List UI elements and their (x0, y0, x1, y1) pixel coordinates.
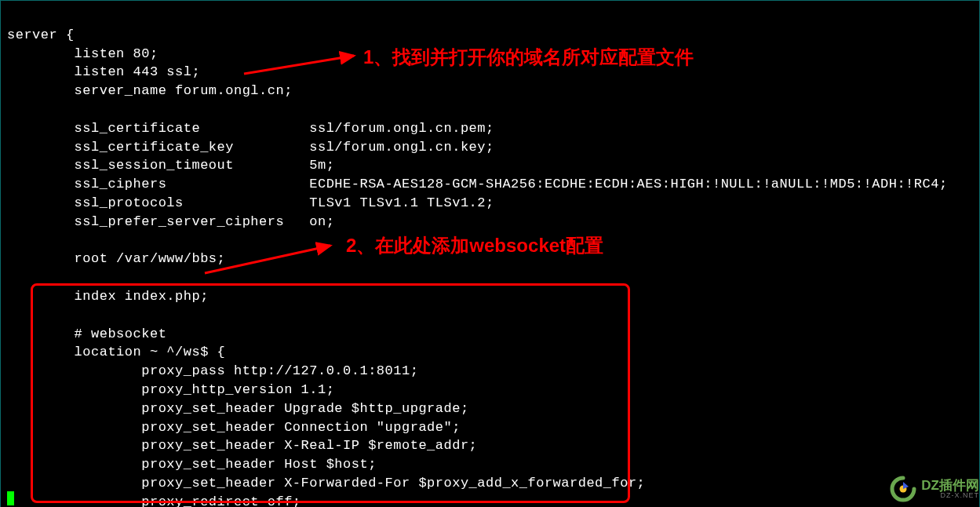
cfg-line: root /var/www/bbs; (7, 251, 225, 266)
cfg-line: ssl_certificate ssl/forum.ongl.cn.pem; (7, 121, 494, 136)
cfg-line: ssl_certificate_key ssl/forum.ongl.cn.ke… (7, 140, 494, 155)
watermark-logo-icon (890, 476, 916, 502)
cfg-line: location ~ ^/ws$ { (7, 345, 225, 359)
cfg-line: proxy_set_header Host $host; (7, 457, 377, 472)
cfg-line: proxy_set_header Upgrade $http_upgrade; (7, 401, 469, 416)
cfg-line: listen 443 ssl; (7, 64, 200, 79)
cfg-line: server_name forum.ongl.cn; (7, 83, 293, 98)
cfg-line: server { (7, 27, 75, 42)
cfg-line: ssl_ciphers ECDHE-RSA-AES128-GCM-SHA256:… (7, 177, 948, 191)
cfg-line: proxy_redirect off; (7, 494, 301, 507)
cfg-line: ssl_session_timeout 5m; (7, 158, 334, 173)
cfg-line: ssl_protocols TLSv1 TLSv1.1 TLSv1.2; (7, 195, 494, 210)
terminal-cursor (7, 491, 14, 505)
cfg-line: proxy_http_version 1.1; (7, 382, 334, 397)
watermark-title: DZ插件网 (921, 479, 979, 492)
terminal-output: server { listen 80; listen 443 ssl; serv… (1, 1, 979, 507)
cfg-line: proxy_set_header X-Real-IP $remote_addr; (7, 438, 477, 453)
cfg-line: listen 80; (7, 46, 158, 61)
cfg-line: # websocket (7, 326, 166, 341)
watermark-url: DZ-X.NET (921, 492, 979, 499)
cfg-line: proxy_set_header X-Forwarded-For $proxy_… (7, 476, 645, 491)
cfg-line: proxy_pass http://127.0.0.1:8011; (7, 363, 418, 378)
cfg-line: proxy_set_header Connection "upgrade"; (7, 420, 461, 435)
cfg-line: index index.php; (7, 289, 209, 304)
watermark: DZ插件网 DZ-X.NET (890, 476, 979, 502)
cfg-line: ssl_prefer_server_ciphers on; (7, 214, 334, 229)
